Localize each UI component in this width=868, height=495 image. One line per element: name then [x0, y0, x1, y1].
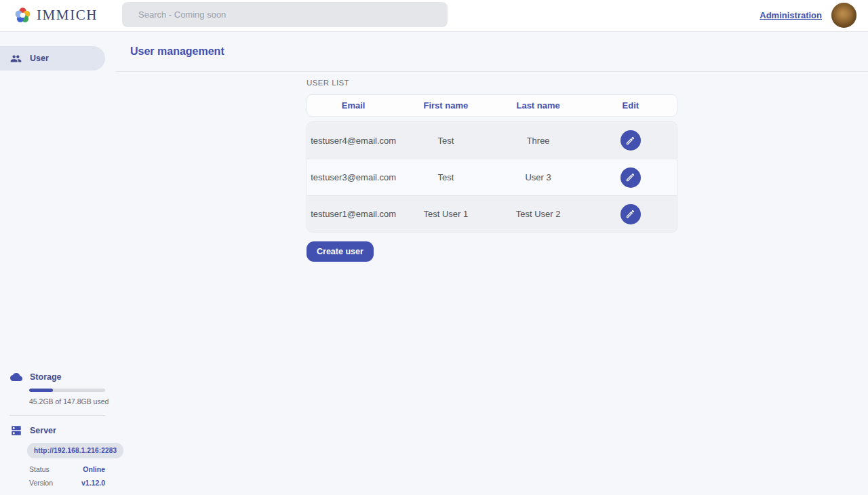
- sidebar: User Storage 45.2GB of 147.8GB used: [0, 32, 116, 495]
- edit-user-button[interactable]: [620, 204, 641, 224]
- pencil-icon: [625, 172, 635, 182]
- column-header-first-name: First name: [399, 100, 492, 111]
- storage-usage-text: 45.2GB of 147.8GB used: [29, 397, 116, 405]
- server-url-chip: http://192.168.1.216:2283: [27, 443, 123, 458]
- top-bar: IMMICH Administration: [0, 0, 868, 32]
- version-value: v1.12.0: [81, 479, 105, 487]
- cell-last-name: User 3: [492, 172, 585, 182]
- table-header-row: Email First name Last name Edit: [307, 94, 677, 117]
- immich-flower-logo: [14, 6, 32, 24]
- cloud-icon: [10, 371, 22, 383]
- user-list-section-title: USER LIST: [307, 79, 868, 87]
- cell-first-name: Test: [399, 172, 492, 182]
- brand[interactable]: IMMICH: [14, 6, 98, 24]
- content-area: USER LIST Email First name Last name Edi…: [116, 72, 868, 262]
- main-panel: User management USER LIST Email First na…: [116, 32, 868, 495]
- storage-section-header: Storage: [0, 371, 116, 383]
- sidebar-divider: [9, 415, 105, 416]
- storage-progress-fill: [29, 389, 53, 392]
- cell-first-name: Test: [399, 136, 492, 146]
- table-row: testuser4@email.com Test Three: [307, 122, 677, 159]
- pencil-icon: [625, 136, 635, 146]
- sidebar-item-label: User: [30, 54, 49, 63]
- cell-last-name: Test User 2: [492, 209, 585, 219]
- edit-user-button[interactable]: [620, 130, 641, 151]
- cell-last-name: Three: [492, 136, 585, 146]
- sidebar-bottom: Storage 45.2GB of 147.8GB used Server ht…: [0, 371, 116, 487]
- version-label: Version: [29, 479, 53, 487]
- user-table: Email First name Last name Edit testuser…: [307, 94, 677, 233]
- pencil-icon: [625, 209, 635, 219]
- edit-user-button[interactable]: [620, 167, 641, 188]
- storage-label: Storage: [30, 372, 62, 382]
- column-header-last-name: Last name: [492, 100, 585, 111]
- cell-email: testuser3@email.com: [307, 172, 399, 182]
- server-section-header: Server: [0, 424, 116, 437]
- table-body: testuser4@email.com Test Three t: [307, 121, 677, 233]
- users-icon: [10, 53, 22, 64]
- server-status-row: Status Online: [29, 465, 105, 473]
- sidebar-item-user[interactable]: User: [0, 46, 105, 71]
- page-title: User management: [130, 45, 224, 58]
- storage-progress-bar: [29, 389, 105, 392]
- status-label: Status: [29, 465, 50, 473]
- cell-email: testuser1@email.com: [307, 209, 399, 219]
- table-row: testuser1@email.com Test User 1 Test Use…: [307, 195, 677, 232]
- search-input[interactable]: [122, 2, 448, 27]
- user-avatar[interactable]: [831, 3, 856, 28]
- column-header-edit: Edit: [585, 100, 677, 111]
- brand-name: IMMICH: [37, 7, 98, 24]
- server-label: Server: [30, 426, 56, 435]
- page-header: User management: [116, 32, 868, 72]
- app-body: User Storage 45.2GB of 147.8GB used: [0, 32, 868, 495]
- column-header-email: Email: [307, 100, 399, 111]
- cell-first-name: Test User 1: [399, 209, 492, 219]
- status-value: Online: [83, 465, 105, 473]
- cell-email: testuser4@email.com: [307, 136, 399, 146]
- create-user-button[interactable]: Create user: [307, 241, 374, 262]
- table-row: testuser3@email.com Test User 3: [307, 159, 677, 195]
- server-version-row: Version v1.12.0: [29, 479, 105, 487]
- administration-link[interactable]: Administration: [760, 10, 822, 20]
- server-icon: [10, 424, 22, 437]
